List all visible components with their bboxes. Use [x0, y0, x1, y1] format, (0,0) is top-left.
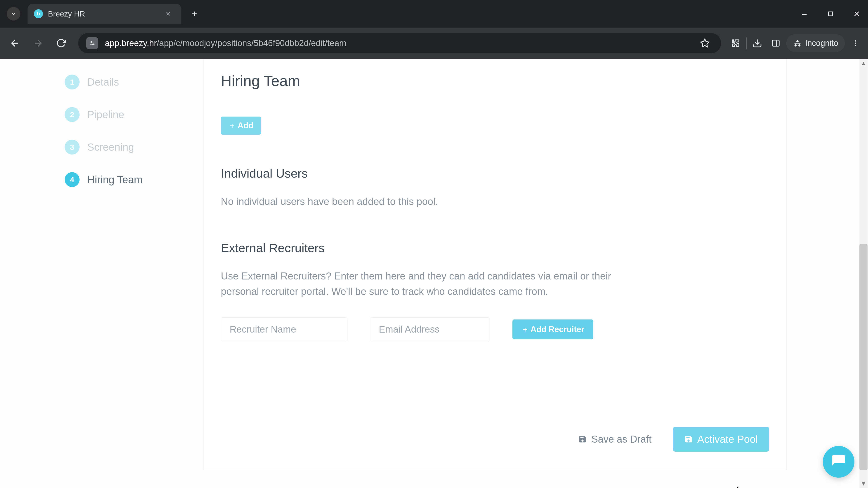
browser-toolbar: app.breezy.hr/app/c/moodjoy/positions/5b…	[0, 28, 868, 59]
wizard-sidebar: 1 Details 2 Pipeline 3 Screening 4 Hirin…	[65, 74, 191, 187]
puzzle-icon	[731, 38, 741, 48]
external-recruiters-description: Use External Recruiters? Enter them here…	[221, 268, 650, 299]
mouse-cursor	[735, 486, 746, 488]
save-icon	[578, 435, 587, 444]
step-label: Details	[87, 76, 119, 88]
recruiter-input-row: ＋ Add Recruiter	[221, 318, 769, 341]
page-title: Hiring Team	[221, 72, 769, 90]
step-number-badge: 4	[65, 172, 80, 187]
maximize-icon	[827, 10, 834, 17]
save-draft-label: Save as Draft	[591, 433, 652, 445]
svg-point-13	[92, 44, 94, 45]
incognito-icon	[793, 39, 802, 48]
svg-rect-16	[772, 40, 779, 46]
chat-icon	[831, 454, 846, 470]
scroll-down-button[interactable]: ▼	[860, 480, 868, 488]
step-number-badge: 1	[65, 74, 80, 90]
step-label: Hiring Team	[87, 173, 143, 186]
side-panel-button[interactable]	[768, 35, 784, 51]
window-close-button[interactable]	[850, 7, 864, 21]
main-panel: Hiring Team ＋ Add Individual Users No in…	[204, 59, 786, 470]
individual-users-empty-text: No individual users have been added to t…	[221, 194, 650, 209]
chat-widget-button[interactable]	[823, 446, 855, 478]
add-button[interactable]: ＋ Add	[221, 117, 261, 135]
tab-search-button[interactable]	[7, 7, 20, 21]
scrollbar-thumb[interactable]	[860, 244, 868, 470]
address-bar[interactable]: app.breezy.hr/app/c/moodjoy/positions/5b…	[78, 33, 721, 53]
url-host: app.breezy.hr	[105, 38, 157, 48]
tab-close-button[interactable]	[163, 9, 173, 19]
nav-reload-button[interactable]	[51, 33, 71, 54]
add-recruiter-button[interactable]: ＋ Add Recruiter	[513, 320, 593, 339]
arrow-left-icon	[9, 38, 20, 48]
browser-chrome: b Breezy HR	[0, 0, 868, 59]
arrow-right-icon	[33, 38, 43, 48]
plus-icon: ＋	[228, 121, 236, 131]
activate-pool-label: Activate Pool	[698, 433, 758, 445]
svg-point-18	[855, 40, 856, 41]
tab-title: Breezy HR	[48, 9, 163, 18]
url-path: /app/c/moodjoy/positions/5b46f90dbb2d/ed…	[157, 38, 346, 48]
reload-icon	[56, 38, 66, 48]
nav-forward-button[interactable]	[28, 33, 49, 54]
svg-marker-14	[701, 39, 709, 47]
add-recruiter-label: Add Recruiter	[530, 325, 584, 334]
nav-back-button[interactable]	[4, 33, 25, 54]
browser-tab[interactable]: b Breezy HR	[28, 4, 181, 24]
svg-point-12	[91, 41, 92, 43]
window-controls	[798, 0, 864, 28]
recruiter-name-input[interactable]	[221, 318, 347, 341]
site-info-button[interactable]	[86, 37, 98, 49]
chevron-down-icon	[10, 10, 17, 17]
page-viewport: 1 Details 2 Pipeline 3 Screening 4 Hirin…	[0, 59, 868, 488]
add-button-label: Add	[238, 121, 253, 130]
individual-users-section: Individual Users No individual users hav…	[221, 166, 769, 209]
external-recruiters-title: External Recruiters	[221, 241, 769, 255]
new-tab-button[interactable]	[188, 7, 201, 20]
toolbar-divider	[746, 37, 747, 50]
step-label: Pipeline	[87, 108, 124, 121]
save-icon	[684, 435, 693, 444]
save-draft-button[interactable]: Save as Draft	[578, 433, 652, 445]
plus-icon: ＋	[522, 324, 529, 334]
incognito-badge[interactable]: Incognito	[786, 34, 845, 52]
extensions-button[interactable]	[728, 35, 744, 51]
wizard-step-details[interactable]: 1 Details	[65, 74, 191, 90]
star-icon	[700, 38, 710, 48]
close-icon	[852, 10, 861, 18]
svg-point-19	[855, 42, 856, 44]
tune-icon	[89, 40, 96, 46]
kebab-icon	[851, 39, 859, 47]
recruiter-email-input[interactable]	[370, 318, 490, 341]
svg-point-20	[855, 45, 856, 46]
close-icon	[165, 11, 171, 17]
step-label: Screening	[87, 141, 134, 153]
wizard-step-screening[interactable]: 3 Screening	[65, 140, 191, 155]
browser-menu-button[interactable]	[847, 35, 864, 51]
tab-strip: b Breezy HR	[0, 0, 868, 28]
incognito-label: Incognito	[805, 38, 838, 48]
window-minimize-button[interactable]	[798, 7, 811, 21]
external-recruiters-section: External Recruiters Use External Recruit…	[221, 241, 769, 341]
individual-users-title: Individual Users	[221, 166, 769, 180]
wizard-step-hiring-team[interactable]: 4 Hiring Team	[65, 172, 191, 187]
window-maximize-button[interactable]	[824, 7, 837, 21]
tab-favicon: b	[34, 9, 43, 18]
footer-actions: Save as Draft Activate Pool	[204, 427, 786, 470]
panel-icon	[771, 39, 780, 48]
activate-pool-button[interactable]: Activate Pool	[673, 427, 769, 452]
svg-rect-5	[829, 12, 833, 16]
scroll-up-button[interactable]: ▲	[860, 59, 868, 67]
wizard-step-pipeline[interactable]: 2 Pipeline	[65, 107, 191, 122]
download-icon	[752, 38, 762, 48]
plus-icon	[191, 10, 198, 18]
step-number-badge: 3	[65, 140, 80, 155]
downloads-button[interactable]	[749, 35, 765, 51]
minimize-icon	[800, 10, 808, 18]
bookmark-button[interactable]	[697, 35, 713, 51]
step-number-badge: 2	[65, 107, 80, 122]
